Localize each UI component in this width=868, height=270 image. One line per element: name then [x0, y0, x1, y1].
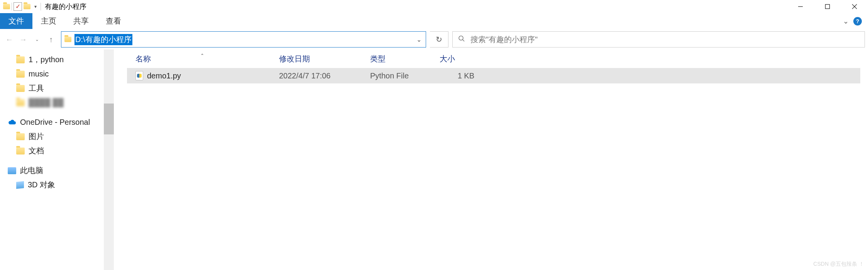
column-headers: 名称 ⌃ 修改日期 类型 大小 — [127, 49, 860, 68]
sidebar-item-label: 3D 对象 — [28, 180, 55, 190]
column-header-date[interactable]: 修改日期 — [279, 54, 370, 64]
file-row[interactable]: demo1.py 2022/4/7 17:06 Python File 1 KB — [127, 68, 860, 83]
file-cell-type: Python File — [370, 71, 440, 80]
folder-icon — [16, 99, 25, 106]
sidebar-item-folder[interactable]: 1，python — [0, 53, 114, 67]
sort-indicator-icon: ⌃ — [200, 53, 204, 58]
search-box[interactable]: 搜索"有趣的小程序" — [452, 31, 865, 48]
close-button[interactable] — [841, 0, 868, 13]
file-list-pane[interactable]: 名称 ⌃ 修改日期 类型 大小 demo1.py 2022/4/7 17:06 … — [114, 49, 868, 270]
svg-rect-1 — [826, 4, 830, 8]
nav-buttons: ← → ⌄ ↑ — [3, 33, 57, 46]
file-cell-name: demo1.py — [127, 71, 279, 80]
address-path[interactable]: D:\有趣的小程序 — [74, 34, 132, 45]
open-folder-qat-icon[interactable] — [24, 4, 30, 9]
column-header-name[interactable]: 名称 ⌃ — [127, 54, 279, 64]
search-placeholder: 搜索"有趣的小程序" — [470, 34, 538, 45]
sidebar-item-label: 此电脑 — [20, 165, 43, 176]
back-button[interactable]: ← — [3, 33, 15, 46]
navigation-row: ← → ⌄ ↑ D:\有趣的小程序 ⌄ ↻ 搜索"有趣的小程序" — [0, 29, 868, 49]
file-cell-size: 1 KB — [440, 71, 482, 80]
search-icon — [458, 35, 465, 44]
sidebar-item-label: 文档 — [29, 146, 44, 156]
address-bar[interactable]: D:\有趣的小程序 ⌄ — [61, 31, 426, 48]
navigation-pane[interactable]: 1，python music 工具 ████ ██ OneDrive - Per… — [0, 49, 114, 270]
navpane-scrollbar[interactable] — [104, 49, 114, 270]
sidebar-item-3dobjects[interactable]: 3D 对象 — [0, 178, 114, 192]
properties-qat-icon[interactable]: ✓ — [14, 2, 22, 11]
svg-line-5 — [463, 40, 464, 41]
sidebar-item-label: 图片 — [29, 131, 44, 142]
title-bar: ✓ ▾ 有趣的小程序 — [0, 0, 868, 13]
tab-file[interactable]: 文件 — [0, 13, 32, 29]
maximize-button[interactable] — [814, 0, 841, 13]
sidebar-item-label: 1，python — [29, 54, 64, 65]
help-icon[interactable]: ? — [853, 17, 862, 25]
computer-icon — [8, 167, 16, 174]
folder-icon — [16, 56, 25, 63]
folder-icon — [16, 85, 25, 92]
sidebar-item-label: 工具 — [29, 83, 44, 93]
ribbon-collapse-icon[interactable]: ⌄ — [843, 17, 849, 25]
qat-dropdown-icon[interactable]: ▾ — [32, 4, 39, 9]
python-file-icon — [135, 71, 143, 80]
column-header-type[interactable]: 类型 — [370, 54, 440, 64]
watermark: CSDN @五包辣条 ！ — [813, 261, 864, 268]
minimize-button[interactable] — [787, 0, 814, 13]
folder-icon — [16, 71, 25, 78]
refresh-button[interactable]: ↻ — [430, 31, 448, 48]
app-folder-icon — [3, 4, 10, 9]
sidebar-item-onedrive[interactable]: OneDrive - Personal — [0, 115, 114, 129]
sidebar-item-folder[interactable]: 文档 — [0, 144, 114, 158]
tab-home[interactable]: 主页 — [32, 13, 65, 29]
qat-divider-2 — [41, 3, 41, 10]
cube-icon — [16, 181, 24, 188]
column-header-size[interactable]: 大小 — [440, 54, 482, 64]
sidebar-item-folder[interactable]: 图片 — [0, 129, 114, 144]
quick-access-toolbar: ✓ ▾ — [0, 2, 41, 11]
window-title: 有趣的小程序 — [45, 2, 86, 11]
sidebar-item-label: music — [29, 70, 49, 78]
sidebar-item-label: OneDrive - Personal — [20, 118, 90, 127]
sidebar-item-label: ████ ██ — [29, 98, 64, 107]
address-dropdown-icon[interactable]: ⌄ — [412, 32, 426, 47]
navpane-scrollbar-thumb[interactable] — [104, 104, 114, 134]
recent-dropdown-icon[interactable]: ⌄ — [31, 33, 43, 46]
up-button[interactable]: ↑ — [45, 33, 57, 46]
tab-share[interactable]: 共享 — [65, 13, 97, 29]
qat-divider — [12, 3, 12, 10]
window-controls — [787, 0, 868, 13]
cloud-icon — [8, 119, 16, 126]
sidebar-item-folder[interactable]: music — [0, 67, 114, 81]
svg-point-4 — [459, 36, 463, 40]
main-area: 1，python music 工具 ████ ██ OneDrive - Per… — [0, 49, 868, 270]
tab-view[interactable]: 查看 — [97, 13, 130, 29]
ribbon-tabs: 文件 主页 共享 查看 ⌄ ? — [0, 13, 868, 29]
folder-icon — [16, 133, 25, 140]
sidebar-item-thispc[interactable]: 此电脑 — [0, 163, 114, 178]
sidebar-item-folder-redacted[interactable]: ████ ██ — [0, 95, 114, 110]
address-folder-icon — [64, 37, 71, 42]
file-cell-date: 2022/4/7 17:06 — [279, 71, 370, 80]
forward-button[interactable]: → — [17, 33, 29, 46]
sidebar-item-folder[interactable]: 工具 — [0, 81, 114, 95]
folder-icon — [16, 148, 25, 155]
file-name: demo1.py — [147, 71, 181, 80]
